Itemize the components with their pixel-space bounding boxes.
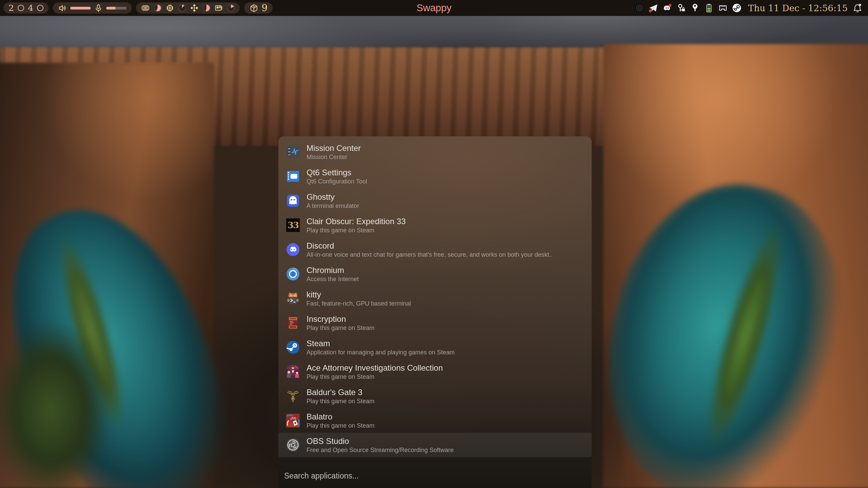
steam-app-icon	[286, 340, 300, 354]
gpu-usage-pie[interactable]	[227, 4, 235, 12]
workspace-empty-icon[interactable]	[37, 5, 43, 11]
app-name: Ghostty	[307, 192, 359, 202]
launcher-item[interactable]: Mission Center Mission Center	[278, 140, 592, 164]
top-bar-right-modules: Thu 11 Dec - 12:56:15	[635, 3, 863, 13]
app-name: Ace Attorney Investigations Collection	[307, 363, 443, 373]
app-description: Fast, feature-rich, GPU based terminal	[307, 299, 411, 308]
app-description: All-in-one voice and text chat for gamer…	[307, 251, 553, 259]
qt6-settings-app-icon	[286, 170, 300, 183]
launcher-item[interactable]: OBS Studio Free and Open Source Streamin…	[278, 433, 592, 457]
mic-volume-slider[interactable]	[106, 7, 127, 9]
gpu-icon[interactable]	[214, 3, 223, 13]
notification-bell-icon[interactable]	[852, 3, 863, 13]
baldurs-gate-3-app-icon	[286, 389, 300, 403]
system-stats-module	[136, 2, 240, 14]
steam-tray-icon[interactable]	[732, 3, 741, 13]
app-list: Mission Center Mission Center Qt6 Settin…	[278, 140, 592, 457]
app-description: Play this game on Steam	[307, 324, 374, 332]
clock[interactable]: Thu 11 Dec - 12:56:15	[748, 3, 848, 13]
speaker-icon[interactable]	[58, 4, 67, 13]
cpu-usage-pie[interactable]	[178, 4, 186, 12]
app-name: Discord	[307, 241, 553, 251]
memory-usage-pie[interactable]	[154, 4, 162, 12]
memory-icon[interactable]	[141, 3, 150, 13]
packages-module[interactable]: 9	[244, 2, 273, 14]
launcher-item[interactable]: kitty Fast, feature-rich, GPU based term…	[278, 286, 592, 311]
gamepad-icon[interactable]	[190, 3, 199, 13]
app-description: Application for managing and playing gam…	[307, 348, 455, 356]
launcher-item[interactable]: Balatro Play this game on Steam	[278, 408, 592, 433]
app-name: Balatro	[307, 412, 374, 422]
app-description: Play this game on Steam	[307, 397, 374, 405]
app-description: Play this game on Steam	[307, 422, 374, 430]
app-description: Play this game on Steam	[307, 226, 406, 234]
top-bar: 2 4	[0, 0, 868, 16]
ace-attorney-app-icon	[286, 365, 300, 378]
app-name: OBS Studio	[307, 436, 454, 446]
launcher-item[interactable]: Steam Application for managing and playi…	[278, 335, 592, 359]
app-name: Chromium	[307, 265, 359, 275]
launcher-item[interactable]: Qt6 Settings Qt6 Configuration Tool	[278, 164, 592, 189]
clair-obscur-33-app-icon: 33	[286, 218, 300, 232]
app-name: Clair Obscur: Expedition 33	[307, 216, 406, 226]
workspace-2[interactable]: 2	[8, 2, 14, 14]
launcher-item[interactable]: Inscryption Play this game on Steam	[278, 311, 592, 335]
key-tray-icon[interactable]	[690, 3, 700, 13]
launcher-item[interactable]: 33 Clair Obscur: Expedition 33 Play this…	[278, 213, 592, 237]
launcher-item[interactable]: Chromium Access the Internet	[278, 262, 592, 286]
app-description: Free and Open Source Streaming/Recording…	[307, 446, 454, 454]
package-box-icon	[249, 3, 259, 13]
mission-center-app-icon	[286, 145, 300, 159]
volume-slider[interactable]	[70, 7, 91, 9]
workspace-4[interactable]: 4	[28, 2, 33, 14]
app-name: Baldur's Gate 3	[307, 387, 374, 397]
app-name: Mission Center	[307, 143, 361, 153]
battery-tray-icon[interactable]	[704, 3, 714, 13]
desktop: 2 4	[0, 0, 868, 488]
app-description: Qt6 Configuration Tool	[307, 177, 367, 186]
workspaces-module: 2 4	[3, 2, 49, 14]
app-name: kitty	[307, 290, 411, 299]
obs-studio-app-icon	[286, 438, 300, 452]
inscryption-app-icon	[286, 316, 300, 330]
workspace-empty-icon[interactable]	[18, 5, 24, 11]
telegram-tray-icon[interactable]	[649, 3, 658, 13]
gamepad-usage-pie[interactable]	[203, 4, 210, 12]
chromium-app-icon	[286, 267, 300, 281]
launcher-item[interactable]: Discord All-in-one voice and text chat f…	[278, 237, 592, 262]
steelseries-tray-icon[interactable]	[635, 3, 644, 13]
app-name: Steam	[307, 338, 455, 348]
search-bar	[278, 464, 592, 488]
ghostty-app-icon	[286, 194, 300, 208]
ethernet-tray-icon[interactable]	[718, 3, 727, 13]
launcher-item[interactable]: Baldur's Gate 3 Play this game on Steam	[278, 384, 592, 408]
cpu-icon[interactable]	[165, 3, 174, 13]
launcher-item[interactable]: Ghostty A terminal emulator	[278, 189, 592, 213]
app-description: Mission Center	[307, 153, 361, 161]
app-name: Inscryption	[307, 314, 374, 324]
keepassxc-tray-icon[interactable]	[677, 3, 686, 13]
top-bar-left-modules: 2 4	[3, 2, 273, 14]
balatro-app-icon	[286, 414, 300, 427]
search-input[interactable]	[284, 471, 576, 481]
audio-module	[53, 2, 132, 14]
wallpaper-vegetation-bottom-left	[0, 315, 115, 488]
app-description: Access the Internet	[307, 275, 359, 283]
discord-app-icon	[286, 243, 300, 256]
app-launcher: Mission Center Mission Center Qt6 Settin…	[278, 136, 592, 488]
package-count: 9	[262, 2, 267, 14]
discord-tray-icon[interactable]	[663, 3, 672, 13]
microphone-icon[interactable]	[94, 4, 103, 13]
app-name: Qt6 Settings	[307, 168, 367, 177]
kitty-app-icon	[286, 292, 300, 305]
launcher-item[interactable]: Ace Attorney Investigations Collection P…	[278, 359, 592, 384]
app-description: Play this game on Steam	[307, 373, 443, 381]
app-description: A terminal emulator	[307, 202, 359, 210]
